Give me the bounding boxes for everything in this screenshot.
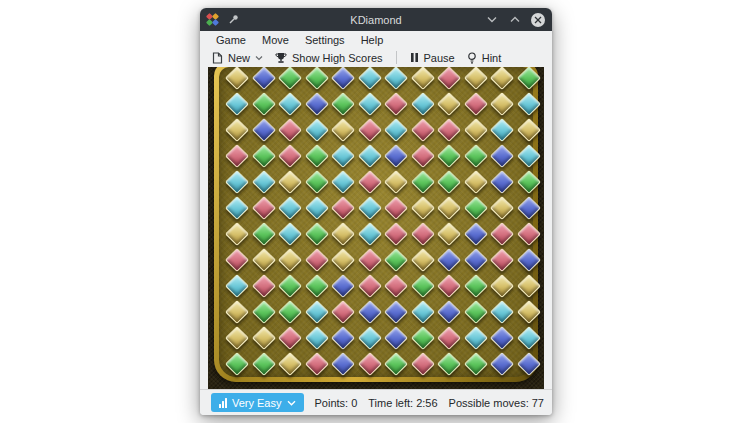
gem-cyan[interactable] <box>251 170 275 194</box>
gem-red[interactable] <box>304 248 328 272</box>
gem-green[interactable] <box>251 352 275 376</box>
gem-yellow[interactable] <box>225 118 249 142</box>
gem-green[interactable] <box>437 144 461 168</box>
gem-green[interactable] <box>384 248 408 272</box>
gem-blue[interactable] <box>490 144 514 168</box>
gem-red[interactable] <box>437 326 461 350</box>
gem-yellow[interactable] <box>225 326 249 350</box>
menu-game[interactable]: Game <box>208 33 254 47</box>
gem-red[interactable] <box>357 274 381 298</box>
gem-red[interactable] <box>437 67 461 90</box>
gem-cyan[interactable] <box>384 118 408 142</box>
gem-cyan[interactable] <box>278 222 302 246</box>
gem-yellow[interactable] <box>463 170 487 194</box>
gem-blue[interactable] <box>251 67 275 90</box>
gem-cyan[interactable] <box>357 144 381 168</box>
gem-red[interactable] <box>437 274 461 298</box>
gem-blue[interactable] <box>331 352 355 376</box>
gem-green[interactable] <box>278 300 302 324</box>
gem-blue[interactable] <box>516 248 540 272</box>
gem-cyan[interactable] <box>225 196 249 220</box>
gem-cyan[interactable] <box>516 326 540 350</box>
gem-cyan[interactable] <box>304 118 328 142</box>
gem-green[interactable] <box>251 144 275 168</box>
gem-blue[interactable] <box>516 196 540 220</box>
gem-green[interactable] <box>463 144 487 168</box>
gem-red[interactable] <box>410 352 434 376</box>
gem-green[interactable] <box>516 170 540 194</box>
gem-red[interactable] <box>384 222 408 246</box>
menu-settings[interactable]: Settings <box>297 33 353 47</box>
gem-red[interactable] <box>490 222 514 246</box>
gem-yellow[interactable] <box>278 352 302 376</box>
gem-green[interactable] <box>251 92 275 116</box>
gem-yellow[interactable] <box>410 248 434 272</box>
gem-cyan[interactable] <box>225 92 249 116</box>
gem-green[interactable] <box>304 67 328 90</box>
gem-yellow[interactable] <box>516 300 540 324</box>
gem-blue[interactable] <box>331 326 355 350</box>
gem-yellow[interactable] <box>225 67 249 90</box>
gem-green[interactable] <box>251 300 275 324</box>
gem-green[interactable] <box>410 274 434 298</box>
gem-green[interactable] <box>437 170 461 194</box>
gem-green[interactable] <box>304 170 328 194</box>
gem-cyan[interactable] <box>331 170 355 194</box>
gem-red[interactable] <box>384 196 408 220</box>
gem-yellow[interactable] <box>516 118 540 142</box>
gem-cyan[interactable] <box>357 326 381 350</box>
gem-green[interactable] <box>304 222 328 246</box>
gem-yellow[interactable] <box>463 118 487 142</box>
gem-red[interactable] <box>463 92 487 116</box>
gem-cyan[interactable] <box>516 144 540 168</box>
gem-red[interactable] <box>357 248 381 272</box>
gem-cyan[interactable] <box>410 92 434 116</box>
gem-red[interactable] <box>490 248 514 272</box>
gem-blue[interactable] <box>437 248 461 272</box>
gem-yellow[interactable] <box>490 196 514 220</box>
gem-yellow[interactable] <box>437 92 461 116</box>
gem-red[interactable] <box>251 196 275 220</box>
gem-blue[interactable] <box>251 118 275 142</box>
gem-yellow[interactable] <box>225 222 249 246</box>
difficulty-selector[interactable]: Very Easy <box>211 393 304 412</box>
gem-yellow[interactable] <box>278 248 302 272</box>
menu-move[interactable]: Move <box>254 33 297 47</box>
gem-yellow[interactable] <box>437 222 461 246</box>
gem-yellow[interactable] <box>331 222 355 246</box>
gem-blue[interactable] <box>384 300 408 324</box>
gem-yellow[interactable] <box>251 248 275 272</box>
gem-yellow[interactable] <box>331 248 355 272</box>
gem-green[interactable] <box>463 352 487 376</box>
show-high-scores-button[interactable]: Show High Scores <box>269 51 389 65</box>
gem-yellow[interactable] <box>437 196 461 220</box>
gem-cyan[interactable] <box>304 196 328 220</box>
maximize-button[interactable] <box>508 13 522 27</box>
gem-cyan[interactable] <box>490 300 514 324</box>
gem-blue[interactable] <box>463 248 487 272</box>
gem-green[interactable] <box>463 300 487 324</box>
gem-yellow[interactable] <box>490 92 514 116</box>
gem-green[interactable] <box>384 352 408 376</box>
gem-blue[interactable] <box>357 300 381 324</box>
gem-yellow[interactable] <box>225 300 249 324</box>
gem-blue[interactable] <box>490 326 514 350</box>
gem-red[interactable] <box>357 352 381 376</box>
gem-red[interactable] <box>225 248 249 272</box>
gem-yellow[interactable] <box>384 170 408 194</box>
gem-blue[interactable] <box>437 300 461 324</box>
gem-cyan[interactable] <box>225 170 249 194</box>
gem-green[interactable] <box>516 67 540 90</box>
gem-yellow[interactable] <box>410 67 434 90</box>
gem-red[interactable] <box>437 118 461 142</box>
gem-blue[interactable] <box>516 352 540 376</box>
gem-green[interactable] <box>463 274 487 298</box>
menu-help[interactable]: Help <box>353 33 392 47</box>
gem-cyan[interactable] <box>463 326 487 350</box>
gem-cyan[interactable] <box>278 196 302 220</box>
gem-yellow[interactable] <box>278 170 302 194</box>
gem-red[interactable] <box>331 196 355 220</box>
gem-red[interactable] <box>278 144 302 168</box>
gem-red[interactable] <box>384 92 408 116</box>
gem-green[interactable] <box>410 170 434 194</box>
